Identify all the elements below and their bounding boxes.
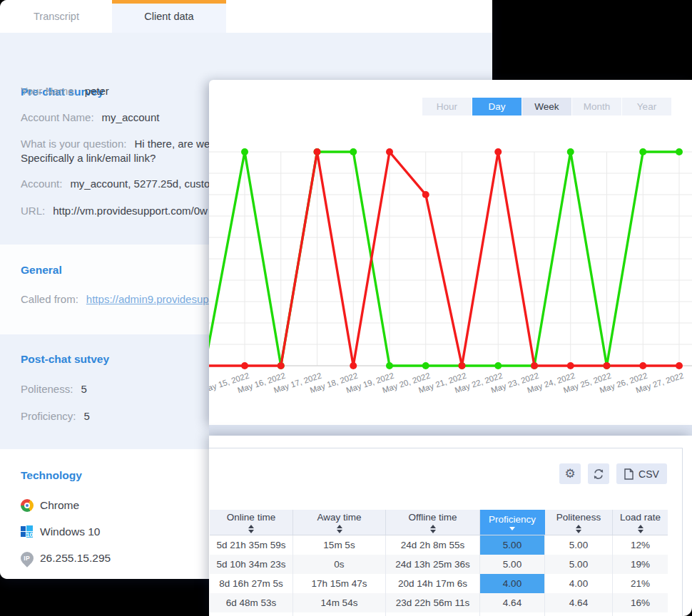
table-cell: 5.00 xyxy=(545,535,613,555)
field-row: Called from:https://admin9.providesup xyxy=(21,293,209,305)
column-header-label: Load rate xyxy=(620,512,661,523)
tech-item: Chrome xyxy=(21,499,79,512)
field-row: Account:my_account, 5277.25d, custor xyxy=(21,178,213,190)
red-data-point xyxy=(639,362,646,369)
red-data-point xyxy=(604,362,611,369)
red-data-point xyxy=(494,148,502,155)
stats-table: Online timeAway timeOffline timeProficie… xyxy=(210,510,668,616)
table-row: 7d 18h 20m 8s3h 14m 9s22d 2h 25m 41s4.64… xyxy=(210,612,668,616)
panel-tabs: Transcript Client data xyxy=(0,0,492,33)
backdrop-gap xyxy=(209,425,692,436)
column-header-label: Away time xyxy=(317,512,361,523)
column-header-proficiency[interactable]: Proficiency xyxy=(480,510,545,535)
field-label: Account: xyxy=(21,178,62,190)
sort-icon xyxy=(576,525,581,533)
windows-icon: 10 xyxy=(21,525,34,538)
table-cell: 8d 16h 27m 5s xyxy=(210,574,293,593)
column-header-politeness[interactable]: Politeness xyxy=(545,510,613,535)
table-row: 5d 21h 35m 59s15m 5s24d 2h 8m 55s5.005.0… xyxy=(210,535,668,555)
field-value: Hi there, are we xyxy=(134,138,210,150)
tech-item-label: 26.255.15.295 xyxy=(40,552,111,565)
table-toolbar: ⚙ CSV xyxy=(559,463,667,484)
column-header-away-time[interactable]: Away time xyxy=(293,510,386,535)
section-title: General xyxy=(21,264,62,277)
column-header-online-time[interactable]: Online time xyxy=(210,510,293,535)
red-data-point xyxy=(422,191,429,198)
table-cell: 15m 5s xyxy=(293,535,386,555)
export-csv-button[interactable]: CSV xyxy=(616,463,667,484)
refresh-icon xyxy=(593,468,604,480)
screenshot-stage: Transcript Client data Pre-chat survey Y… xyxy=(0,0,692,616)
sort-icon xyxy=(248,525,254,533)
table-cell: 4.64 xyxy=(545,593,613,612)
tab-transcript[interactable]: Transcript xyxy=(14,0,98,33)
table-row: 6d 48m 53s14m 54s23d 22h 56m 11s4.644.64… xyxy=(210,593,668,612)
table-cell: 23d 22h 56m 11s xyxy=(386,593,480,612)
settings-button[interactable]: ⚙ xyxy=(559,463,581,484)
svg-text:10: 10 xyxy=(26,531,34,538)
table-header-row: Online timeAway timeOffline timeProficie… xyxy=(210,510,668,535)
table-cell: 24d 13h 25m 36s xyxy=(386,555,480,574)
sort-icon xyxy=(337,525,342,533)
field-row: Politeness:5 xyxy=(21,383,87,395)
table-cell: 22% xyxy=(613,612,668,616)
field-value: http://vm.providesupport.com/0w xyxy=(53,205,208,217)
green-data-point xyxy=(386,362,393,369)
sort-desc-icon xyxy=(509,527,515,530)
column-header-label: Proficiency xyxy=(489,514,536,525)
field-row: Account Name:my_account xyxy=(21,111,159,123)
table-row: 8d 16h 27m 5s17h 15m 47s20d 14h 17m 6s4.… xyxy=(210,574,668,593)
red-data-point xyxy=(314,148,321,155)
table-cell: 5.00 xyxy=(480,535,545,555)
column-header-load-rate[interactable]: Load rate xyxy=(613,510,668,535)
field-label: Proficiency: xyxy=(21,410,76,422)
red-data-point xyxy=(459,362,466,369)
field-label: What is your question: xyxy=(21,138,126,150)
table-cell: 0s xyxy=(293,555,386,574)
green-data-point xyxy=(639,148,646,155)
table-cell: 5.00 xyxy=(480,555,545,574)
table-cell: 3h 14m 9s xyxy=(293,612,386,616)
field-row: Your Name:peter xyxy=(21,85,109,97)
chart-card: HourDayWeekMonthYear May 15, 2022May 16,… xyxy=(209,80,692,425)
sort-icon xyxy=(430,525,436,533)
field-label: Politeness: xyxy=(21,383,73,395)
tab-client-data-label: Client data xyxy=(144,11,193,22)
red-data-point xyxy=(350,362,357,369)
table-cell: 19% xyxy=(613,555,668,574)
field-label: Called from: xyxy=(21,293,78,305)
column-header-offline-time[interactable]: Offline time xyxy=(386,510,480,535)
table-cell: 6d 48m 53s xyxy=(210,593,293,612)
table-cell: 5d 21h 35m 59s xyxy=(210,535,293,555)
tech-item: IP26.255.15.295 xyxy=(21,552,111,565)
red-data-point xyxy=(386,148,393,155)
field-label: Your Name: xyxy=(21,85,77,97)
table-cell: 20d 14h 17m 6s xyxy=(386,574,480,593)
refresh-button[interactable] xyxy=(588,463,609,484)
csv-label: CSV xyxy=(638,468,659,480)
table-cell: 5d 10h 34m 23s xyxy=(210,555,293,574)
field-value: Specifically a link/email link? xyxy=(21,152,156,164)
field-value: 5 xyxy=(84,410,90,422)
sort-icon xyxy=(638,525,643,533)
section-title: Post-chat sutvey xyxy=(21,353,109,366)
table-cell: 5.00 xyxy=(545,555,613,574)
table-cell: 4.00 xyxy=(480,574,545,593)
tech-item-label: Chrome xyxy=(40,499,79,512)
table-cell: 17h 15m 47s xyxy=(293,574,386,593)
red-data-point xyxy=(531,362,538,369)
table-cell: 4.71 xyxy=(545,612,613,616)
green-data-point xyxy=(350,148,357,155)
column-header-label: Offline time xyxy=(408,512,457,523)
table-cell: 16% xyxy=(613,593,668,612)
field-value-link[interactable]: https://admin9.providesup xyxy=(86,293,209,305)
green-data-point xyxy=(567,148,574,155)
red-data-point xyxy=(278,362,285,369)
table-cell: 12% xyxy=(613,535,668,555)
stats-table-card: ⚙ CSV Onli xyxy=(209,436,692,616)
tech-item-label: Windows 10 xyxy=(40,525,100,538)
tab-client-data[interactable]: Client data xyxy=(112,0,226,33)
field-row: URL:http://vm.providesupport.com/0w xyxy=(21,205,208,217)
line-chart: May 15, 2022May 16, 2022May 17, 2022May … xyxy=(209,80,692,425)
field-label: Account Name: xyxy=(21,111,94,123)
